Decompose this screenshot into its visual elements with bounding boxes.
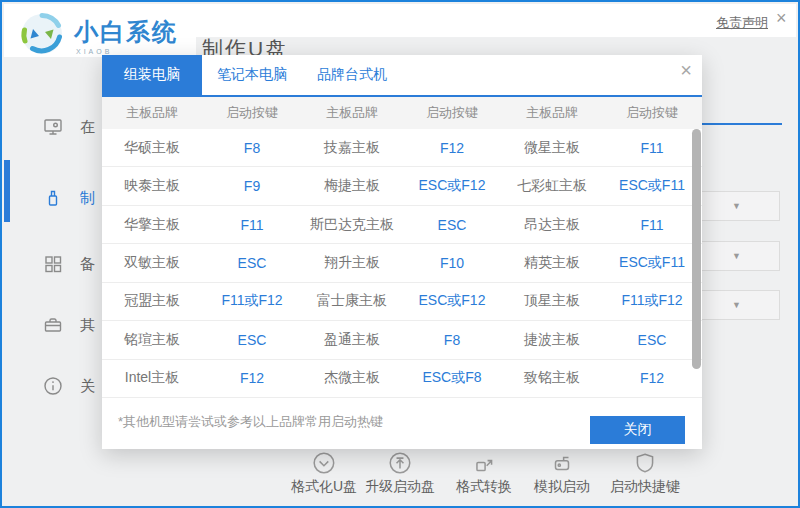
toolbar-item-1[interactable]: 升级启动盘	[365, 450, 435, 496]
sidebar-item-label: 其	[80, 316, 102, 335]
check-circle-icon	[311, 450, 337, 476]
grid-icon	[42, 253, 64, 275]
toolbar-item-label: 模拟启动	[534, 478, 590, 496]
brand-name: 小白系统	[74, 16, 178, 48]
monitor-icon	[42, 116, 64, 138]
table-header-cell: 主板品牌	[102, 104, 202, 122]
toolbar-item-label: 格式化U盘	[291, 478, 357, 496]
brand-cell: 华擎主板	[102, 216, 202, 234]
dialog-footer-note: *其他机型请尝试或参考以上品牌常用启动热键	[118, 413, 383, 431]
dialog-tab-0[interactable]: 组装电脑	[102, 55, 202, 95]
app-window: 小白系统 XIAOB 制作U盘 免责声明 — × 在制备其关 ▼▼▼ 格式化U盘…	[0, 0, 800, 508]
bootkey-cell: F8	[202, 140, 302, 156]
sidebar-item-label: 关	[80, 377, 102, 396]
window-close-button[interactable]: ×	[776, 8, 787, 29]
brand-cell: 盈通主板	[302, 331, 402, 349]
brand-cell: 杰微主板	[302, 369, 402, 387]
usb-icon	[42, 187, 64, 209]
sidebar-item-3[interactable]: 其	[4, 314, 102, 340]
table-row: 映泰主板F9梅捷主板ESC或F12七彩虹主板ESC或F11	[102, 167, 702, 205]
sidebar-item-label: 备	[80, 255, 102, 274]
table-row: 双敏主板ESC翔升主板F10精英主板ESC或F11	[102, 244, 702, 282]
table-header-cell: 主板品牌	[302, 104, 402, 122]
brand-cell: 精英主板	[502, 254, 602, 272]
brand-cell: 富士康主板	[302, 292, 402, 310]
dialog-tab-1[interactable]: 笔记本电脑	[202, 55, 302, 95]
brand-cell: 技嘉主板	[302, 139, 402, 157]
dialog-scrollbar[interactable]	[692, 129, 701, 369]
bootkey-cell: ESC或F12	[402, 292, 502, 310]
brand-cell: 双敏主板	[102, 254, 202, 272]
bootkey-cell: F9	[202, 178, 302, 194]
bootkey-cell: F12	[402, 140, 502, 156]
simulate-icon	[549, 450, 575, 476]
bootkey-cell: ESC或F8	[402, 369, 502, 387]
table-header-row: 主板品牌启动按键主板品牌启动按键主板品牌启动按键	[102, 97, 702, 129]
table-row: 华擎主板F11斯巴达克主板ESC昂达主板F11	[102, 206, 702, 244]
sidebar-item-0[interactable]: 在	[4, 116, 102, 142]
brand-cell: 昂达主板	[502, 216, 602, 234]
dialog-close-button[interactable]: 关闭	[590, 416, 685, 444]
toolbar-item-4[interactable]: 启动快捷键	[610, 450, 680, 496]
table-row: 铭瑄主板ESC盈通主板F8捷波主板ESC	[102, 321, 702, 359]
brand-cell: 梅捷主板	[302, 177, 402, 195]
bootkey-cell: F11或F12	[202, 292, 302, 310]
info-icon	[42, 375, 64, 397]
brand-cell: 映泰主板	[102, 177, 202, 195]
bootkey-cell: F12	[202, 370, 302, 386]
bootkey-cell: F11	[602, 140, 702, 156]
minimize-button[interactable]: —	[748, 12, 762, 28]
toolbar-item-label: 升级启动盘	[365, 478, 435, 496]
table-header-cell: 启动按键	[402, 104, 502, 122]
toolbar-item-label: 格式转换	[456, 478, 512, 496]
bootkey-cell: ESC或F11	[602, 177, 702, 195]
table-row: Intel主板F12杰微主板ESC或F8致铭主板F12	[102, 360, 702, 398]
bootkey-cell: F11	[202, 217, 302, 233]
bootkey-cell: ESC	[602, 332, 702, 348]
dialog-tab-2[interactable]: 品牌台式机	[302, 55, 402, 95]
brand-cell: 冠盟主板	[102, 292, 202, 310]
sidebar-item-label: 在	[80, 118, 102, 137]
sidebar-item-1[interactable]: 制	[4, 187, 102, 213]
bootkey-cell: ESC	[202, 255, 302, 271]
brand-cell: 翔升主板	[302, 254, 402, 272]
bootkey-cell: ESC或F12	[402, 177, 502, 195]
logo-area: 小白系统 XIAOB	[4, 4, 196, 57]
toolbar-item-3[interactable]: 模拟启动	[534, 450, 590, 496]
table-body: 华硕主板F8技嘉主板F12微星主板F11映泰主板F9梅捷主板ESC或F12七彩虹…	[102, 129, 702, 398]
brand-cell: 七彩虹主板	[502, 177, 602, 195]
briefcase-icon	[42, 314, 64, 336]
shield-icon	[632, 450, 658, 476]
toolbar-item-2[interactable]: 格式转换	[456, 450, 512, 496]
bootkey-cell: F12	[602, 370, 702, 386]
table-header-cell: 启动按键	[202, 104, 302, 122]
dialog-tab-row: 组装电脑笔记本电脑品牌台式机	[102, 55, 702, 97]
brand-cell: 致铭主板	[502, 369, 602, 387]
table-row: 华硕主板F8技嘉主板F12微星主板F11	[102, 129, 702, 167]
convert-icon	[471, 450, 497, 476]
table-header-cell: 启动按键	[602, 104, 702, 122]
app-logo-icon	[20, 12, 64, 56]
toolbar-item-label: 启动快捷键	[610, 478, 680, 496]
dialog-close-icon[interactable]: ×	[680, 60, 692, 80]
caret-down-icon: ▼	[732, 251, 741, 261]
table-row: 冠盟主板F11或F12富士康主板ESC或F12顶星主板F11或F12	[102, 283, 702, 321]
bootkey-cell: ESC	[202, 332, 302, 348]
toolbar-item-0[interactable]: 格式化U盘	[291, 450, 357, 496]
caret-down-icon: ▼	[732, 201, 741, 211]
bootkey-cell: F10	[402, 255, 502, 271]
bootkey-cell: ESC	[402, 217, 502, 233]
caret-down-icon: ▼	[732, 300, 741, 310]
bootkey-cell: ESC或F11	[602, 254, 702, 272]
sidebar-item-4[interactable]: 关	[4, 375, 102, 401]
brand-cell: 华硕主板	[102, 139, 202, 157]
boot-hotkey-dialog: 组装电脑笔记本电脑品牌台式机 × 主板品牌启动按键主板品牌启动按键主板品牌启动按…	[102, 55, 702, 449]
bootkey-cell: F8	[402, 332, 502, 348]
sidebar-item-label: 制	[80, 189, 102, 208]
brand-cell: 微星主板	[502, 139, 602, 157]
brand-cell: 捷波主板	[502, 331, 602, 349]
brand-cell: 顶星主板	[502, 292, 602, 310]
bootkey-cell: F11	[602, 217, 702, 233]
brand-cell: 斯巴达克主板	[302, 216, 402, 234]
sidebar-item-2[interactable]: 备	[4, 253, 102, 279]
